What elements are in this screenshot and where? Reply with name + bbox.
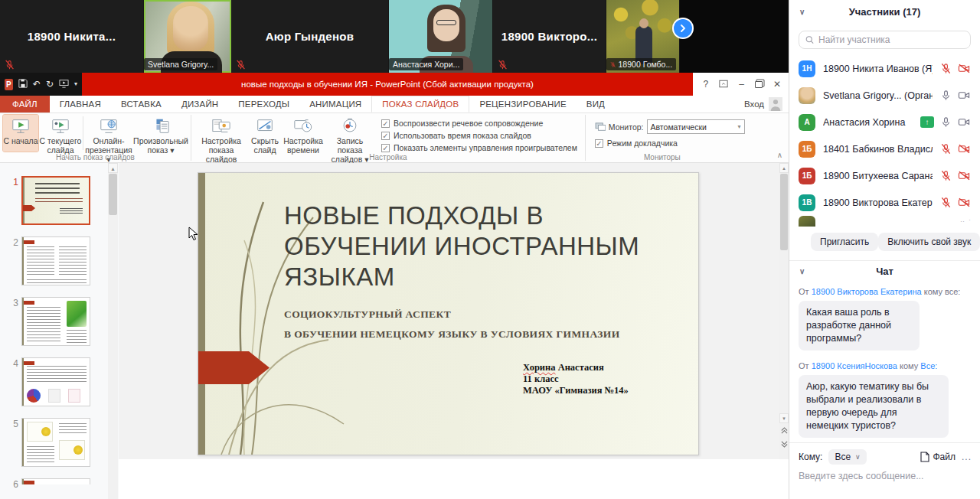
restore-icon[interactable]	[755, 81, 763, 88]
thumbnail-slide-2[interactable]: 2	[5, 236, 90, 285]
next-participants-button[interactable]	[672, 18, 694, 39]
participant-tile-name: Аюр Гынденов	[266, 30, 354, 43]
slide-scrollbar[interactable]: ▴ ▾	[779, 163, 789, 459]
unmute-button[interactable]: Включить свой звук	[878, 233, 980, 251]
mic-muted-icon	[940, 197, 952, 208]
help-icon[interactable]: ?	[704, 80, 709, 89]
collapse-participants-icon[interactable]: ∨	[799, 8, 805, 16]
video-tile-viktorova[interactable]: 18900 Викторо...	[493, 0, 606, 73]
slideshow-current-icon	[51, 117, 70, 135]
customize-qat-icon[interactable]: ▾	[74, 81, 77, 87]
custom-slideshow-button[interactable]: Произвольный показ ▾	[134, 115, 188, 152]
chat-message: Аюр, какую тематику вы бы выбрали и реал…	[799, 375, 949, 438]
slide[interactable]: НОВЫЕ ПОДХОДЫ В ОБУЧЕНИИ ИНОСТРАННЫМ ЯЗЫ…	[198, 172, 699, 455]
thumbnail-slide-6[interactable]: 6	[5, 478, 90, 490]
thumbnail-slide-5[interactable]: 5	[5, 418, 90, 467]
sender-link[interactable]: 18900 Викторова Екатерина	[812, 287, 922, 296]
search-input[interactable]	[818, 34, 964, 45]
slide-subtitle[interactable]: СОЦИОКУЛЬТУРНЫЙ АСПЕКТ В ОБУЧЕНИИ НЕМЕЦК…	[284, 305, 682, 344]
slide-6-preview[interactable]	[21, 478, 90, 484]
thumbnail-slide-1[interactable]: 1	[5, 176, 90, 225]
thumbnail-slide-4[interactable]: 4	[5, 357, 90, 406]
scroll-up-icon[interactable]: ▴	[779, 163, 789, 173]
participant-tile-name: 18900 Никита...	[28, 30, 116, 43]
sender-link[interactable]: 18900 КсенияНоскова	[812, 361, 897, 370]
tab-view[interactable]: ВИД	[577, 96, 615, 113]
tab-home[interactable]: ГЛАВНАЯ	[50, 96, 111, 113]
hide-slide-button[interactable]: Скрыть слайд	[248, 115, 282, 152]
camera-off-icon	[958, 170, 971, 181]
ribbon-display-icon[interactable]	[719, 80, 728, 90]
more-options-button[interactable]: ...	[960, 452, 973, 462]
thumbnails-scrollbar[interactable]: ▴ ▾	[108, 163, 118, 499]
from-beginning-button[interactable]: С начала	[3, 115, 38, 152]
save-icon[interactable]	[18, 79, 28, 90]
slide-author-block[interactable]: Хорина Анастасия 11 класс МАОУ «Гимназия…	[523, 362, 629, 396]
video-tile-ayur[interactable]: Аюр Гынденов	[231, 0, 389, 73]
rehearse-timings-button[interactable]: Настройка времени	[282, 115, 325, 152]
participant-row[interactable]: 1Б 18900 Битухеева Сарана	[789, 162, 980, 189]
participant-row-clipped[interactable]: ‥ ·	[789, 216, 980, 227]
collapse-ribbon-icon[interactable]: ∧	[777, 151, 782, 159]
presenter-view-checkbox[interactable]: ✓Режим докладчика	[595, 139, 745, 148]
video-tile-svetlana[interactable]: Svetlana Grigory...	[144, 0, 231, 73]
scroll-down-icon[interactable]: ▾	[779, 413, 789, 423]
video-tile-anastasia[interactable]: Анастасия Хори...	[389, 0, 493, 73]
slide-2-preview[interactable]	[21, 236, 90, 285]
tab-review[interactable]: РЕЦЕНЗИРОВАНИЕ	[469, 96, 576, 113]
monitor-icon	[595, 122, 606, 132]
chat-message-input[interactable]	[799, 471, 972, 481]
work-area: 1 2 3	[0, 163, 789, 499]
participant-row[interactable]: А Анастасия Хорина ↑	[789, 109, 980, 135]
thumbnail-slide-3[interactable]: 3	[5, 297, 90, 346]
slide-1-preview[interactable]	[21, 176, 90, 225]
sign-in-button[interactable]: Вход	[744, 96, 789, 113]
mic-muted-icon	[5, 59, 15, 69]
present-online-button[interactable]: Онлайн-презентация ▾	[83, 115, 134, 152]
video-tile-nikita[interactable]: 18900 Никита...	[0, 0, 144, 73]
collapse-chat-icon[interactable]: ∨	[799, 267, 805, 276]
minimize-icon[interactable]: –	[739, 80, 744, 89]
previous-slide-icon[interactable]	[779, 427, 789, 437]
participant-row[interactable]: 1Б 18401 Бабкинов Владислав	[789, 135, 980, 162]
slide-title[interactable]: НОВЫЕ ПОДХОДЫ В ОБУЧЕНИИ ИНОСТРАННЫМ ЯЗЫ…	[284, 201, 667, 292]
participants-actions: Пригласить Включить свой звук	[789, 227, 980, 251]
tab-file[interactable]: ФАЙЛ	[0, 96, 50, 113]
participant-row[interactable]: Svetlana Grigory... (Организатор)	[789, 82, 980, 109]
chat-title: Чат	[876, 266, 893, 277]
participant-search[interactable]	[799, 31, 971, 49]
slide-4-preview[interactable]	[21, 357, 90, 406]
scrollbar-thumb[interactable]	[780, 174, 788, 250]
use-timings-checkbox[interactable]: ✓Использовать время показа слайдов	[381, 131, 577, 140]
next-slide-icon[interactable]	[779, 441, 789, 451]
record-slideshow-button[interactable]: Запись показа слайдов ▾	[325, 115, 375, 152]
slide-5-preview[interactable]	[21, 418, 90, 467]
tab-animations[interactable]: АНИМАЦИЯ	[299, 96, 371, 113]
video-tile-gombo[interactable]: 18900 Гомбо...	[606, 0, 680, 73]
invite-button[interactable]: Пригласить	[811, 233, 878, 251]
redo-icon[interactable]: ↻	[46, 80, 54, 89]
close-icon[interactable]: ✕	[773, 80, 781, 89]
from-current-slide-button[interactable]: С текущего слайда	[38, 115, 83, 152]
participant-row[interactable]: 1Н 18900 Никита Иванов (Я)	[789, 55, 980, 82]
recipient-select[interactable]: Все ∨	[828, 449, 866, 465]
video-strip: 18900 Никита... Svetlana Grigory... Аюр …	[0, 0, 789, 73]
participant-tile-name: 18900 Гомбо...	[606, 58, 676, 70]
scroll-up-icon[interactable]: ▴	[108, 163, 118, 173]
monitor-select[interactable]: Автоматически ▾	[647, 119, 745, 134]
setup-slideshow-button[interactable]: Настройка показа слайдов	[194, 115, 248, 152]
tab-slideshow[interactable]: ПОКАЗ СЛАЙДОВ	[371, 96, 469, 113]
slide-3-preview[interactable]	[21, 297, 90, 346]
participant-tile-name: 18900 Викторо...	[501, 30, 597, 43]
tab-insert[interactable]: ВСТАВКА	[111, 96, 172, 113]
play-narrations-checkbox[interactable]: ✓Воспроизвести речевое сопровождение	[381, 119, 577, 128]
tab-transitions[interactable]: ПЕРЕХОДЫ	[228, 96, 299, 113]
start-slideshow-icon[interactable]	[59, 79, 69, 90]
undo-icon[interactable]: ↶	[33, 80, 41, 89]
group-label: Начать показ слайдов	[0, 153, 191, 161]
show-media-controls-checkbox[interactable]: ✓Показать элементы управления проигрыват…	[381, 143, 577, 152]
scrollbar-thumb[interactable]	[109, 174, 117, 215]
attach-file-button[interactable]: Файл	[920, 452, 956, 462]
tab-design[interactable]: ДИЗАЙН	[172, 96, 228, 113]
participant-row[interactable]: 1В 18900 Викторова Екатерина	[789, 189, 980, 216]
